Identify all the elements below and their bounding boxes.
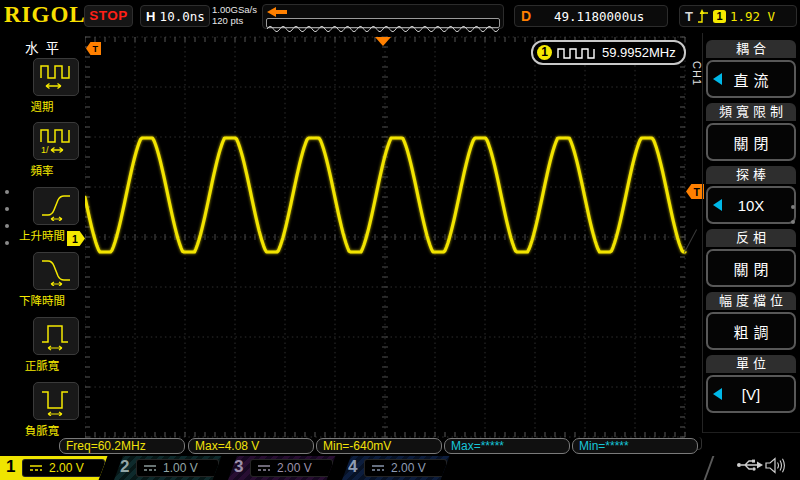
- channel-2-block[interactable]: 2 1.00 V: [114, 456, 226, 480]
- memory-waveform-preview: [267, 25, 499, 33]
- channel-status-bar: 1 2.00 V 2 1.00 V 3 2.: [0, 456, 800, 480]
- usb-icon: [736, 458, 764, 472]
- bw-limit-header: 頻寬限制: [706, 103, 796, 121]
- speaker-icon: [764, 457, 786, 474]
- measure-positive-width-button[interactable]: [33, 317, 79, 355]
- menu-page-dot: [5, 207, 9, 211]
- invert-header: 反相: [706, 229, 796, 247]
- positive-pulse-width-icon: [39, 321, 73, 351]
- probe-button[interactable]: 10X: [706, 186, 796, 224]
- measure-period-button[interactable]: [33, 58, 79, 96]
- dc-coupling-icon: [371, 463, 385, 473]
- probe-value: 10X: [738, 197, 765, 214]
- measurement-min-ch2[interactable]: Min=*****: [572, 438, 698, 454]
- rise-time-icon: [39, 191, 73, 221]
- measure-fall-time-label: 下降時間: [0, 292, 84, 308]
- sample-rate: 1.00GSa/s: [212, 4, 257, 15]
- measure-fall-time-button[interactable]: [33, 252, 79, 290]
- left-arrow-icon: [713, 199, 722, 211]
- menu-group-probe: 探棒 10X: [706, 166, 796, 224]
- dc-coupling-icon: [257, 463, 271, 473]
- unit-value: [V]: [742, 386, 760, 403]
- channel-3-number: 3: [234, 457, 243, 477]
- frequency-icon: 1/: [39, 126, 73, 156]
- counter-frequency-value: 59.9952MHz: [602, 45, 676, 60]
- menu-page-dot: [5, 224, 9, 228]
- menu-page-dot: [5, 190, 9, 194]
- trigger-label: T: [685, 9, 693, 24]
- horizontal-label: H: [146, 9, 155, 24]
- menu-panel-bottom-edge: [703, 432, 800, 433]
- run-state-button[interactable]: STOP: [84, 5, 133, 27]
- negative-pulse-width-icon: [39, 386, 73, 416]
- bw-limit-value: 關閉: [728, 132, 773, 153]
- menu-page-dot: [791, 220, 795, 224]
- delay-value: 49.1180000us: [531, 9, 667, 24]
- measurement-freq[interactable]: Freq=60.2MHz: [59, 438, 185, 454]
- acquisition-info: 1.00GSa/s 120 pts: [212, 4, 257, 27]
- unit-header: 單位: [706, 355, 796, 373]
- measure-rise-time-button[interactable]: [33, 187, 79, 225]
- coupling-button[interactable]: 直流: [706, 60, 796, 98]
- channel-1-block[interactable]: 1 2.00 V: [0, 456, 112, 480]
- bw-limit-button[interactable]: 關閉: [706, 123, 796, 161]
- fall-time-icon: [39, 256, 73, 286]
- invert-value: 關閉: [728, 258, 773, 279]
- channel-4-number: 4: [348, 457, 357, 477]
- probe-header: 探棒: [706, 166, 796, 184]
- memory-position-bar[interactable]: [262, 4, 504, 29]
- channel-2-scale: 1.00 V: [163, 461, 198, 475]
- menu-page-dot: [5, 241, 9, 245]
- vernier-value: 粗調: [728, 321, 773, 342]
- channel-1-number: 1: [6, 457, 15, 477]
- trigger-source-badge: 1: [713, 10, 726, 23]
- square-wave-icon: [557, 47, 597, 59]
- channel-4-scale: 2.00 V: [391, 461, 426, 475]
- waveform-display: [85, 33, 703, 438]
- dc-coupling-icon: [29, 463, 43, 473]
- trigger-level-value: 1.92 V: [730, 9, 775, 24]
- coupling-header: 耦合: [706, 40, 796, 58]
- menu-page-dot: [791, 205, 795, 209]
- channel-1-scale: 2.00 V: [49, 461, 84, 475]
- channel-3-block[interactable]: 3 2.00 V: [228, 456, 340, 480]
- measurement-min-ch1[interactable]: Min=-640mV: [316, 438, 442, 454]
- memory-position-icon: [267, 7, 289, 17]
- horizontal-scale-box[interactable]: H 10.0ns: [140, 5, 210, 27]
- menu-group-invert: 反相 關閉: [706, 229, 796, 287]
- frequency-counter-badge: 1 59.9952MHz: [531, 40, 686, 65]
- vernier-header: 幅度檔位: [706, 292, 796, 310]
- channel-3-scale: 2.00 V: [277, 461, 312, 475]
- measure-positive-width-label: 正脈寬: [0, 357, 84, 373]
- menu-group-unit: 單位 [V]: [706, 355, 796, 413]
- measure-period-label: 週期: [0, 98, 84, 114]
- menu-group-bw-limit: 頻寬限制 關閉: [706, 103, 796, 161]
- counter-source-badge: 1: [537, 45, 552, 60]
- measure-frequency-button[interactable]: 1/: [33, 122, 79, 160]
- delay-label: D: [521, 8, 531, 24]
- horizontal-scale-value: 10.0ns: [155, 9, 209, 24]
- menu-group-vernier: 幅度檔位 粗調: [706, 292, 796, 350]
- measure-negative-width-button[interactable]: [33, 382, 79, 420]
- left-menu-title: 水平: [0, 37, 84, 57]
- menu-tab-ch1: CH1: [689, 50, 703, 98]
- measurement-max-ch1[interactable]: Max=4.08 V: [188, 438, 314, 454]
- menu-group-coupling: 耦合 直流: [706, 40, 796, 98]
- invert-button[interactable]: 關閉: [706, 249, 796, 287]
- unit-button[interactable]: [V]: [706, 375, 796, 413]
- measurement-max-ch2[interactable]: Max=*****: [444, 438, 570, 454]
- channel-2-number: 2: [120, 457, 129, 477]
- vernier-button[interactable]: 粗調: [706, 312, 796, 350]
- left-arrow-icon: [713, 73, 722, 85]
- measure-frequency-label: 頻率: [0, 162, 84, 178]
- trigger-edge-icon: [697, 8, 709, 24]
- dc-coupling-icon: [143, 463, 157, 473]
- svg-text:1/: 1/: [41, 145, 49, 155]
- measure-negative-width-label: 負脈寬: [0, 422, 84, 438]
- coupling-value: 直流: [728, 69, 773, 90]
- trigger-readout-box[interactable]: T 1 1.92 V: [679, 5, 797, 27]
- delay-readout-box[interactable]: D 49.1180000us: [514, 5, 668, 27]
- memory-depth: 120 pts: [212, 15, 257, 26]
- channel-4-block[interactable]: 4 2.00 V: [342, 456, 454, 480]
- oscilloscope-screen: RIGOL STOP H 10.0ns 1.00GSa/s 120 pts D …: [0, 0, 800, 480]
